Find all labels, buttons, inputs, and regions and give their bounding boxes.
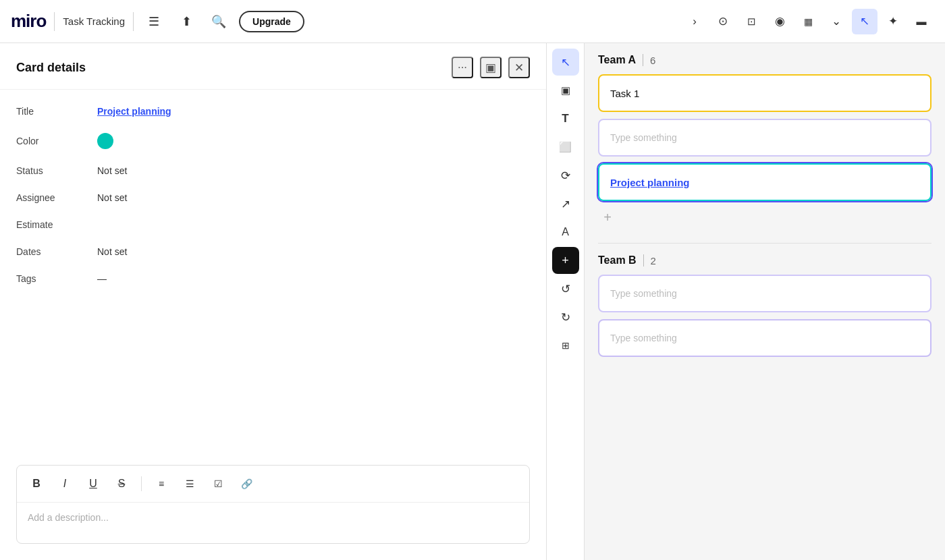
kanban-card-placeholder-1[interactable]: Type something — [598, 119, 932, 157]
card-details-title: Card details — [16, 61, 452, 75]
status-value[interactable]: Not set — [97, 165, 127, 176]
card-text-placeholder-1: Type something — [610, 132, 677, 143]
tool-text[interactable]: T — [552, 105, 579, 132]
underline-button[interactable]: U — [82, 472, 105, 495]
assignee-value[interactable]: Not set — [97, 192, 127, 203]
upload-button[interactable]: ⬆ — [174, 9, 198, 34]
tool-connect[interactable]: ⟳ — [552, 162, 579, 189]
chevron-down-icon: ⌄ — [832, 14, 841, 28]
ordered-list-button[interactable]: ≡ — [150, 472, 173, 495]
search-button[interactable]: 🔍 — [207, 9, 231, 34]
nav-expand-button[interactable]: › — [682, 9, 707, 34]
kanban-card-task1[interactable]: Task 1 — [598, 74, 932, 112]
toolbar-divider-1 — [141, 476, 142, 491]
search-icon: 🔍 — [211, 14, 226, 29]
nav-more-button[interactable]: ⌄ — [824, 9, 849, 34]
nav-divider-2 — [133, 12, 134, 31]
field-row-status: Status Not set — [16, 165, 530, 176]
link-button[interactable]: 🔗 — [235, 472, 258, 495]
strikethrough-icon: S — [118, 478, 126, 490]
italic-button[interactable]: I — [53, 472, 76, 495]
kanban-panel: Team A 6 Task 1 Type something Project p… — [585, 43, 945, 560]
nav-card-button[interactable]: ▦ — [795, 9, 821, 34]
comment-icon: ▬ — [917, 16, 927, 27]
title-value[interactable]: Project planning — [97, 106, 171, 117]
focus-icon: ◉ — [775, 14, 785, 28]
team-b-name: Team B — [598, 254, 637, 267]
checkbox-button[interactable]: ☑ — [207, 472, 230, 495]
nav-cursor-button[interactable]: ↖ — [852, 9, 878, 34]
field-row-estimate: Estimate — [16, 219, 530, 230]
redo-tool-icon: ↻ — [561, 310, 570, 325]
status-label: Status — [16, 165, 97, 176]
field-row-tags: Tags — — [16, 273, 530, 284]
add-tool-icon: + — [562, 254, 569, 268]
text-tool-icon: T — [562, 112, 568, 125]
dates-label: Dates — [16, 246, 97, 257]
description-editor: B I U S ≡ ☰ ☑ — [16, 465, 530, 544]
pen-tool-icon: A — [562, 226, 569, 238]
layout-icon: ▣ — [485, 61, 496, 75]
unordered-list-icon: ☰ — [186, 478, 194, 489]
description-body[interactable]: Add a description... — [17, 503, 529, 543]
italic-icon: I — [63, 478, 66, 490]
menu-button[interactable]: ☰ — [142, 9, 166, 34]
nav-title: Task Tracking — [63, 16, 125, 27]
tool-cursor[interactable]: ↖ — [552, 49, 579, 76]
close-icon: ✕ — [514, 61, 524, 75]
close-button[interactable]: ✕ — [508, 57, 530, 78]
card-header: Card details ··· ▣ ✕ — [0, 43, 546, 90]
sticky-tool-icon: ⬜ — [559, 141, 572, 153]
editor-toolbar: B I U S ≡ ☰ ☑ — [17, 466, 529, 503]
nav-capture-button[interactable]: ⊡ — [738, 9, 764, 34]
cursor-tool-icon: ↖ — [561, 55, 570, 69]
nav-celebrate-button[interactable]: ✦ — [880, 9, 906, 34]
color-swatch[interactable] — [97, 133, 113, 149]
frame-tool-icon: ▣ — [561, 84, 570, 96]
unordered-list-button[interactable]: ☰ — [178, 472, 201, 495]
team-b-count: 2 — [651, 255, 656, 267]
chevron-right-icon: › — [693, 15, 697, 28]
team-a-name: Team A — [598, 54, 636, 66]
tool-frame[interactable]: ▣ — [552, 77, 579, 104]
add-card-button-a[interactable]: + — [598, 208, 617, 227]
strikethrough-button[interactable]: S — [110, 472, 133, 495]
tool-pen[interactable]: A — [552, 219, 579, 246]
tool-grid[interactable]: ⊞ — [552, 332, 579, 359]
tool-arrow[interactable]: ↗ — [552, 190, 579, 217]
kanban-card-placeholder-2[interactable]: Type something — [598, 275, 932, 312]
logo: miro — [11, 11, 46, 32]
main-area: Card details ··· ▣ ✕ Title Project plann… — [0, 43, 945, 560]
tool-redo[interactable]: ↻ — [552, 304, 579, 331]
nav-timer-button[interactable]: ⊙ — [710, 9, 736, 34]
top-nav: miro Task Tracking ☰ ⬆ 🔍 Upgrade › ⊙ ⊡ ◉… — [0, 0, 945, 43]
bold-button[interactable]: B — [25, 472, 48, 495]
more-options-button[interactable]: ··· — [452, 57, 473, 78]
tags-value[interactable]: — — [97, 273, 107, 284]
card-text-placeholder-2: Type something — [610, 288, 677, 299]
field-row-dates: Dates Not set — [16, 246, 530, 257]
nav-comment-button[interactable]: ▬ — [909, 9, 934, 34]
card-text-task1: Task 1 — [610, 88, 639, 99]
nav-focus-button[interactable]: ◉ — [767, 9, 792, 34]
layout-button[interactable]: ▣ — [480, 57, 502, 78]
add-icon: + — [603, 210, 612, 225]
field-row-color: Color — [16, 133, 530, 149]
undo-tool-icon: ↺ — [561, 282, 570, 296]
capture-icon: ⊡ — [747, 16, 756, 28]
color-label: Color — [16, 136, 97, 146]
tool-add[interactable]: + — [552, 247, 579, 274]
upgrade-button[interactable]: Upgrade — [239, 11, 304, 32]
dates-value[interactable]: Not set — [97, 246, 127, 257]
field-row-title: Title Project planning — [16, 106, 530, 117]
card-text-project-planning: Project planning — [610, 177, 690, 188]
description-placeholder: Add a description... — [28, 512, 109, 523]
kanban-card-project-planning[interactable]: Project planning — [598, 163, 932, 201]
link-icon: 🔗 — [241, 478, 252, 489]
tool-undo[interactable]: ↺ — [552, 275, 579, 302]
tool-sticky[interactable]: ⬜ — [552, 134, 579, 161]
nav-divider-1 — [54, 12, 55, 31]
connect-tool-icon: ⟳ — [561, 169, 570, 183]
kanban-card-placeholder-3[interactable]: Type something — [598, 319, 932, 357]
arrow-tool-icon: ↗ — [561, 197, 570, 211]
